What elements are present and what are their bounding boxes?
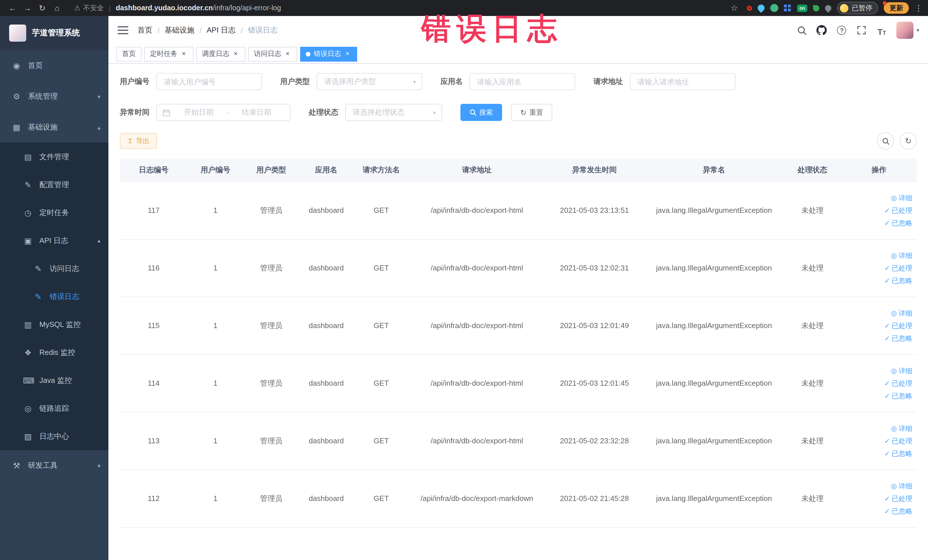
detail-link[interactable]: ◎ 详细: [844, 479, 912, 492]
sidebar-item-access-log[interactable]: ✎ 访问日志: [0, 255, 108, 282]
close-icon[interactable]: ×: [180, 50, 188, 58]
close-icon[interactable]: ×: [284, 50, 292, 58]
detail-link[interactable]: ◎ 详细: [844, 364, 912, 377]
breadcrumb-item-infrastructure[interactable]: 基础设施: [165, 25, 194, 35]
tab-access-log[interactable]: 访问日志 ×: [248, 46, 297, 61]
ignored-link[interactable]: ✓ 已忽略: [844, 447, 912, 459]
back-icon[interactable]: ←: [6, 1, 20, 15]
cell-app-name: dashboard: [299, 412, 353, 470]
breadcrumb-item-home[interactable]: 首页: [137, 25, 152, 35]
sidebar-item-log-center[interactable]: ▧ 日志中心: [0, 422, 108, 450]
search-icon[interactable]: [797, 24, 807, 36]
address-bar[interactable]: ⚠ 不安全 | dashboard.yudao.iocoder.cn/infra…: [74, 3, 281, 13]
fullscreen-icon[interactable]: [857, 24, 867, 36]
request-url-input[interactable]: [630, 73, 736, 90]
update-button[interactable]: 更新: [884, 2, 909, 14]
forward-icon[interactable]: →: [21, 1, 34, 15]
table-toolbar: ↥ 导出 ↻: [120, 132, 917, 150]
sidebar-item-label: 配置管理: [40, 179, 69, 190]
ignored-link[interactable]: ✓ 已忽略: [844, 217, 912, 229]
user-id-input[interactable]: [156, 73, 262, 90]
profile-chip[interactable]: 已暂停: [837, 2, 878, 14]
hamburger-icon[interactable]: [118, 26, 128, 34]
extension-icon[interactable]: [770, 4, 778, 12]
sidebar-item-redis-monitor[interactable]: ❖ Redis 监控: [0, 338, 108, 366]
sidebar-item-system-management[interactable]: ⚙ 系统管理 ▾: [0, 81, 108, 112]
sidebar-item-file-management[interactable]: ▤ 文件管理: [0, 143, 108, 171]
reload-icon[interactable]: ↻: [35, 1, 49, 15]
sidebar-item-infrastructure[interactable]: ▦ 基础设施 ▴: [0, 112, 108, 143]
close-icon[interactable]: ×: [343, 50, 351, 58]
font-size-icon[interactable]: TT: [877, 24, 887, 36]
github-icon[interactable]: [817, 24, 827, 36]
sidebar-item-scheduled-tasks[interactable]: ◷ 定时任务: [0, 198, 108, 226]
sidebar-item-api-log[interactable]: ▣ API 日志 ▴: [0, 226, 108, 255]
detail-link[interactable]: ◎ 详细: [844, 191, 912, 204]
app-name-input[interactable]: [470, 73, 575, 90]
tab-error-log[interactable]: 错误日志 ×: [300, 46, 357, 61]
processed-link[interactable]: ✓ 已处理: [844, 435, 912, 447]
detail-link[interactable]: ◎ 详细: [844, 422, 912, 435]
processed-link[interactable]: ✓ 已处理: [844, 204, 912, 217]
extension-icon[interactable]: [747, 5, 752, 11]
toggle-search-button[interactable]: [877, 132, 894, 150]
sidebar-item-mysql-monitor[interactable]: ▥ MySQL 监控: [0, 310, 108, 338]
sidebar-item-java-monitor[interactable]: ⌨ Java 监控: [0, 366, 108, 394]
processed-link[interactable]: ✓ 已处理: [844, 492, 912, 505]
ignored-link[interactable]: ✓ 已忽略: [844, 389, 912, 402]
export-button[interactable]: ↥ 导出: [120, 133, 157, 149]
cell-exception: java.lang.IllegalArgumentException: [644, 182, 784, 239]
process-status-select[interactable]: 请选择处理状态 ▾: [345, 104, 442, 121]
processed-link[interactable]: ✓ 已处理: [844, 319, 912, 332]
sidebar-item-label: Redis 监控: [40, 347, 75, 357]
processed-link[interactable]: ✓ 已处理: [844, 262, 912, 274]
chevron-down-icon: ▾: [433, 109, 436, 116]
filter-user-type: 用户类型 请选择用户类型 ▾: [280, 73, 422, 90]
ignored-link[interactable]: ✓ 已忽略: [844, 332, 912, 344]
cell-url: /api/infra/db-doc/export-html: [409, 239, 545, 297]
tab-scheduled-tasks[interactable]: 定时任务 ×: [144, 46, 194, 61]
bookmark-star-icon[interactable]: ☆: [728, 1, 741, 15]
sidebar-item-trace[interactable]: ◎ 链路追踪: [0, 394, 108, 422]
user-type-select[interactable]: 请选择用户类型 ▾: [317, 73, 422, 90]
extension-icon[interactable]: [824, 3, 832, 12]
table-body: 117 1 管理员 dashboard GET /api/infra/db-do…: [120, 182, 917, 527]
kebab-menu-icon[interactable]: ⋮: [914, 3, 923, 12]
ignored-link[interactable]: ✓ 已忽略: [844, 505, 912, 517]
select-placeholder: 请选择处理状态: [353, 107, 404, 117]
sidebar-item-config-management[interactable]: ✎ 配置管理: [0, 171, 108, 198]
reset-button[interactable]: ↻ 重置: [511, 104, 552, 121]
sidebar-item-label: 文件管理: [40, 151, 69, 162]
extension-icon[interactable]: [784, 5, 787, 8]
cell-user-id: 1: [188, 297, 243, 354]
user-menu[interactable]: ▾: [897, 22, 919, 39]
tab-schedule-log[interactable]: 调度日志 ×: [196, 46, 245, 61]
sidebar-item-error-log[interactable]: ✎ 错误日志: [0, 282, 108, 310]
ignored-link[interactable]: ✓ 已忽略: [844, 274, 912, 287]
sidebar-item-dev-tools[interactable]: ⚒ 研发工具 ▾: [0, 450, 108, 481]
search-button[interactable]: 搜索: [461, 104, 502, 121]
extension-icon[interactable]: [813, 5, 819, 11]
table-row: 112 1 管理员 dashboard GET /api/infra/db-do…: [120, 470, 917, 527]
security-chip[interactable]: ⚠ 不安全: [74, 3, 104, 13]
breadcrumb-item-api-log[interactable]: API 日志: [207, 25, 236, 35]
refresh-button[interactable]: ↻: [900, 132, 917, 150]
chevron-down-icon: ▾: [98, 462, 101, 469]
check-icon: ✓: [884, 447, 890, 459]
detail-link[interactable]: ◎ 详细: [844, 307, 912, 319]
close-icon[interactable]: ×: [232, 50, 240, 58]
sidebar-item-home[interactable]: ◉ 首页: [0, 50, 108, 81]
chevron-up-icon: ▴: [98, 237, 101, 244]
cell-status: 未处理: [784, 182, 841, 239]
processed-link[interactable]: ✓ 已处理: [844, 377, 912, 389]
app-logo[interactable]: 芋道管理系统: [0, 16, 108, 50]
tab-home[interactable]: 首页: [116, 46, 142, 61]
detail-link[interactable]: ◎ 详细: [844, 249, 912, 262]
help-icon[interactable]: ?: [837, 24, 847, 36]
extension-icon[interactable]: on: [797, 4, 807, 12]
extension-icon[interactable]: [756, 3, 766, 13]
exception-time-range[interactable]: 开始日期 - 结束日期: [156, 104, 290, 121]
home-icon[interactable]: ⌂: [50, 1, 64, 15]
cell-time: 2021-05-03 12:01:45: [545, 354, 644, 412]
cell-app-name: dashboard: [299, 470, 353, 527]
